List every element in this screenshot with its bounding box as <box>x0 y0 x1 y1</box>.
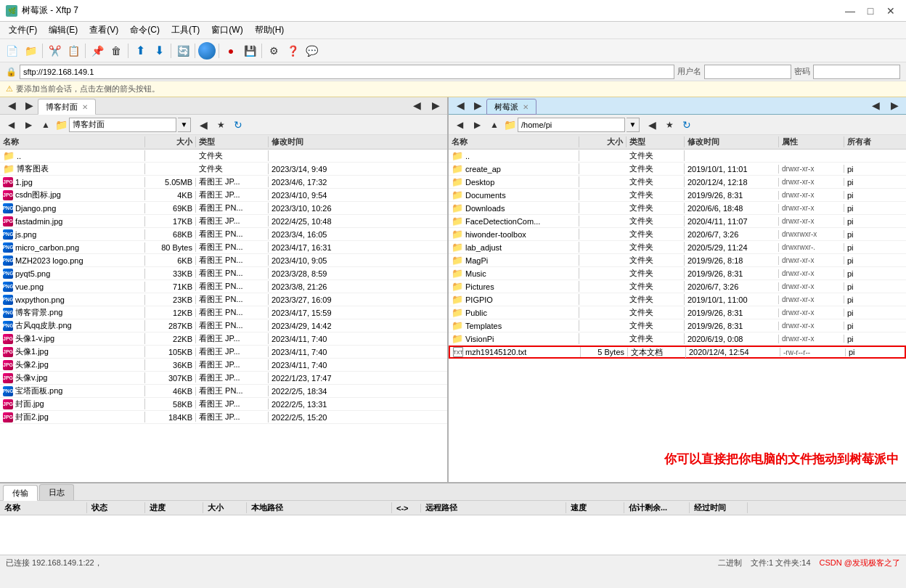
right-back-btn[interactable]: ◀ <box>452 117 468 133</box>
left-file-row[interactable]: PNG MZH2023 logo.png 6KB 看图王 PN... 2023/… <box>0 254 447 267</box>
left-bookmark[interactable]: ★ <box>213 117 229 133</box>
left-nav-arrow-next[interactable]: ▶ <box>427 97 444 114</box>
right-path-dropdown[interactable]: ▼ <box>627 118 640 132</box>
right-file-row[interactable]: 📁 Templates 文件夹 2019/9/26, 8:31 drwxr-xr… <box>449 319 906 332</box>
menu-command[interactable]: 命令(C) <box>124 23 166 38</box>
left-nav3[interactable]: ◀ <box>195 117 211 133</box>
right-file-row[interactable]: 📁 FaceDetectionCom... 文件夹 2020/4/11, 11:… <box>449 215 906 228</box>
right-file-row[interactable]: 📁 PIGPIO 文件夹 2019/10/1, 11:00 drwxr-xr-x… <box>449 293 906 306</box>
bottom-tab-log[interactable]: 日志 <box>39 484 74 500</box>
left-file-size: 68KB <box>145 230 196 239</box>
left-file-size: 33KB <box>145 269 196 278</box>
left-file-row[interactable]: PNG pyqt5.png 33KB 看图王 PN... 2023/3/28, … <box>0 267 447 280</box>
toolbar-sync-btn[interactable]: 🔄 <box>174 42 192 60</box>
left-back-btn[interactable]: ◀ <box>3 117 19 133</box>
left-file-row[interactable]: JPG 头像2.jpg 36KB 看图王 JP... 2023/4/11, 7:… <box>0 359 447 372</box>
left-file-row[interactable]: JPG 头像1-v.jpg 22KB 看图王 JP... 2023/4/11, … <box>0 332 447 346</box>
right-file-row[interactable]: 📁 Desktop 文件夹 2020/12/4, 12:18 drwxr-xr-… <box>449 176 906 189</box>
close-button[interactable]: ✕ <box>881 4 900 18</box>
left-path-input[interactable] <box>69 118 176 132</box>
toolbar-copy-btn[interactable]: 📋 <box>65 42 82 60</box>
right-file-row[interactable]: 📁 Pictures 文件夹 2020/6/7, 3:26 drwxr-xr-x… <box>449 280 906 293</box>
left-tab-close[interactable]: ✕ <box>82 103 88 111</box>
left-file-row[interactable]: PNG 博客背景.png 12KB 看图王 PN... 2023/4/17, 1… <box>0 306 447 319</box>
left-file-row[interactable]: JPG fastadmin.jpg 17KB 看图王 JP... 2022/4/… <box>0 215 447 228</box>
left-tab-active[interactable]: 博客封面 ✕ <box>38 99 96 115</box>
menu-edit[interactable]: 编辑(E) <box>43 23 83 38</box>
right-file-row[interactable]: 📁 lab_adjust 文件夹 2020/5/29, 11:24 drwxrw… <box>449 241 906 254</box>
right-up-btn[interactable]: ▲ <box>486 117 502 133</box>
toolbar-settings-btn[interactable]: ⚙ <box>265 42 282 60</box>
left-refresh[interactable]: ↻ <box>230 117 246 133</box>
maximize-button[interactable]: □ <box>861 4 880 18</box>
right-file-row[interactable]: TXT mzh19145120.txt 5 Bytes 文本文档 2020/12… <box>449 346 906 359</box>
left-file-modified: 2023/3/10, 10:26 <box>269 204 370 213</box>
bottom-tab-transfer[interactable]: 传输 <box>3 485 38 501</box>
toolbar-save-btn[interactable]: 💾 <box>241 42 258 60</box>
left-file-row[interactable]: PNG wxpython.png 23KB 看图王 PN... 2023/3/2… <box>0 293 447 306</box>
toolbar-delete-btn[interactable]: 🗑 <box>107 42 125 60</box>
left-file-row[interactable]: PNG 古风qq皮肤.png 287KB 看图王 PN... 2023/4/29… <box>0 319 447 332</box>
left-file-row[interactable]: JPG 头像1.jpg 105KB 看图王 JP... 2023/4/11, 7… <box>0 346 447 359</box>
right-bookmark[interactable]: ★ <box>661 117 677 133</box>
menu-help[interactable]: 帮助(H) <box>249 23 290 38</box>
left-file-row[interactable]: PNG vue.png 71KB 看图王 PN... 2023/3/8, 21:… <box>0 280 447 293</box>
right-nav-next[interactable]: ▶ <box>469 97 486 114</box>
right-file-row[interactable]: 📁 create_ap 文件夹 2019/10/1, 11:01 drwxr-x… <box>449 163 906 176</box>
left-file-row[interactable]: JPG 头像v.jpg 307KB 看图王 JP... 2022/1/23, 1… <box>0 372 447 385</box>
username-input[interactable] <box>704 65 791 79</box>
left-path-dropdown[interactable]: ▼ <box>178 118 191 132</box>
left-file-row[interactable]: PNG 宝塔面板.png 46KB 看图王 PN... 2022/2/5, 18… <box>0 385 447 398</box>
right-nav3[interactable]: ◀ <box>644 117 660 133</box>
address-input[interactable] <box>20 65 674 79</box>
right-file-row[interactable]: 📁 Music 文件夹 2019/9/26, 8:31 drwxr-xr-x p… <box>449 267 906 280</box>
left-file-row[interactable]: JPG 1.jpg 5.05MB 看图王 JP... 2023/4/6, 17:… <box>0 176 447 189</box>
left-nav-next[interactable]: ▶ <box>20 97 38 114</box>
toolbar-new-btn[interactable]: 📄 <box>3 42 20 60</box>
menu-window[interactable]: 窗口(W) <box>205 23 248 38</box>
left-file-row[interactable]: PNG Django.png 69KB 看图王 PN... 2023/3/10,… <box>0 202 447 215</box>
right-file-perm: drwxr-xr-x <box>779 282 844 290</box>
right-file-name: 📁 lab_adjust <box>449 242 579 253</box>
right-nav-prev[interactable]: ◀ <box>452 97 469 114</box>
right-file-modified: 2020/12/4, 12:54 <box>686 348 780 356</box>
minimize-button[interactable]: — <box>841 4 860 18</box>
right-path-input[interactable] <box>518 118 625 132</box>
right-file-row[interactable]: 📁 Documents 文件夹 2019/9/26, 8:31 drwxr-xr… <box>449 189 906 202</box>
right-tab-close[interactable]: ✕ <box>523 103 528 111</box>
menu-file[interactable]: 文件(F) <box>3 23 43 38</box>
right-nav-arrow-prev[interactable]: ◀ <box>867 97 884 114</box>
left-file-row[interactable]: JPG 封面.jpg 58KB 看图王 JP... 2022/2/5, 13:3… <box>0 398 447 411</box>
menu-view[interactable]: 查看(V) <box>83 23 124 38</box>
right-nav-arrow-next[interactable]: ▶ <box>886 97 903 114</box>
right-refresh[interactable]: ↻ <box>679 117 695 133</box>
right-tab-active[interactable]: 树莓派 ✕ <box>486 99 536 115</box>
left-file-row[interactable]: 📁 .. 文件夹 <box>0 150 447 163</box>
toolbar-download-btn[interactable]: ⬇ <box>150 42 168 60</box>
toolbar-paste-btn[interactable]: 📌 <box>89 42 106 60</box>
left-file-row[interactable]: PNG micro_carbon.png 80 Bytes 看图王 PN... … <box>0 241 447 254</box>
right-forward-btn[interactable]: ▶ <box>469 117 485 133</box>
menu-tools[interactable]: 工具(T) <box>166 23 205 38</box>
left-file-row[interactable]: 📁 博客图表 文件夹 2023/3/14, 9:49 <box>0 163 447 176</box>
right-file-row[interactable]: 📁 MagPi 文件夹 2019/9/26, 8:18 drwxr-xr-x p… <box>449 254 906 267</box>
left-nav-prev[interactable]: ◀ <box>3 97 20 114</box>
toolbar-chat-btn[interactable]: 💬 <box>303 42 320 60</box>
toolbar-folder-btn[interactable]: 📁 <box>22 42 39 60</box>
left-file-row[interactable]: JPG csdn图标.jpg 4KB 看图王 JP... 2023/4/10, … <box>0 189 447 202</box>
left-file-row[interactable]: JPG 封面2.jpg 184KB 看图王 JP... 2022/2/5, 15… <box>0 411 447 424</box>
left-file-row[interactable]: PNG js.png 68KB 看图王 PN... 2023/3/4, 16:0… <box>0 228 447 241</box>
right-file-row[interactable]: 📁 hiwonder-toolbox 文件夹 2020/6/7, 3:26 dr… <box>449 228 906 241</box>
left-forward-btn[interactable]: ▶ <box>20 117 36 133</box>
toolbar-stop-btn[interactable]: ● <box>222 42 240 60</box>
password-input[interactable] <box>813 65 900 79</box>
toolbar-upload-btn[interactable]: ⬆ <box>131 42 149 60</box>
right-file-row[interactable]: 📁 Downloads 文件夹 2020/6/6, 18:48 drwxr-xr… <box>449 202 906 215</box>
right-file-row[interactable]: 📁 VisionPi 文件夹 2020/6/19, 0:08 drwxr-xr-… <box>449 332 906 346</box>
right-file-row[interactable]: 📁 .. 文件夹 <box>449 150 906 163</box>
toolbar-help-btn[interactable]: ❓ <box>284 42 301 60</box>
toolbar-cut-btn[interactable]: ✂️ <box>46 42 63 60</box>
left-nav-arrow-prev[interactable]: ◀ <box>408 97 425 114</box>
right-file-row[interactable]: 📁 Public 文件夹 2019/9/26, 8:31 drwxr-xr-x … <box>449 306 906 319</box>
left-up-btn[interactable]: ▲ <box>38 117 54 133</box>
